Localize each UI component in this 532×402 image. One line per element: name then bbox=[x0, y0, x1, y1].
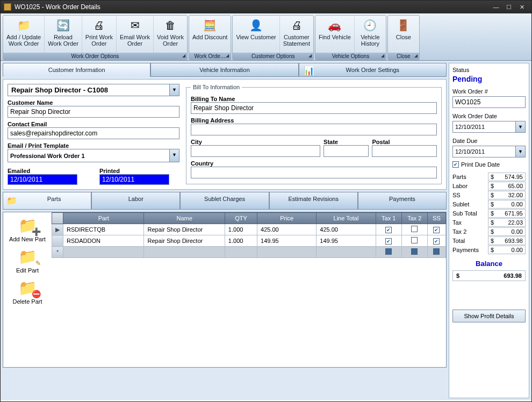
window-title: WO1025 - Work Order Details bbox=[15, 3, 490, 11]
emailed-value[interactable]: 12/10/2011 bbox=[8, 174, 77, 185]
chevron-down-icon[interactable]: ▼ bbox=[515, 146, 525, 157]
edit-part-button[interactable]: 📁✎ Edit Part bbox=[5, 246, 49, 275]
column-header[interactable]: Tax 1 bbox=[376, 213, 401, 224]
tab-bottom[interactable]: 📁Parts bbox=[3, 192, 91, 210]
tab-top[interactable]: 📊Work Order Settings bbox=[299, 63, 447, 77]
totals-amount: $65.00 bbox=[488, 182, 526, 190]
totals-amount: $0.00 bbox=[488, 227, 526, 236]
column-header[interactable]: QTY bbox=[225, 213, 257, 224]
customer-name-label: Customer Name bbox=[8, 99, 179, 106]
totals-label: Total bbox=[452, 238, 465, 244]
ribbon-button[interactable]: ✉Email Work Order bbox=[117, 16, 154, 53]
totals-row: Tax 2$0.00 bbox=[452, 227, 526, 236]
ribbon-button[interactable]: 👤View Customer bbox=[233, 16, 279, 53]
tax2-checkbox[interactable] bbox=[401, 235, 427, 247]
totals-amount: $0.00 bbox=[488, 246, 526, 254]
table-row[interactable]: ▶RSDIRECTQBRepair Shop Director1.000425.… bbox=[52, 224, 446, 235]
show-profit-button[interactable]: Show Profit Details bbox=[452, 310, 526, 322]
parts-area: 📁➕ Add New Part 📁✎ Edit Part 📁⛔ Delete P… bbox=[3, 212, 447, 368]
ribbon-button-label: Reload Work Order bbox=[48, 34, 78, 47]
ribbon-button[interactable]: 🔄Reload Work Order bbox=[45, 16, 82, 53]
totals-amount: $22.03 bbox=[488, 218, 526, 227]
tab-bottom[interactable]: Estimate Revisions bbox=[269, 192, 358, 210]
ribbon-button[interactable]: 🖨Print Work Order bbox=[82, 16, 117, 53]
ribbon-button[interactable]: 🖨Customer Statement bbox=[280, 16, 313, 53]
totals-label: Labor bbox=[452, 183, 468, 189]
customer-select[interactable]: Repair Shop Director - C1008 ▼ bbox=[8, 84, 179, 96]
ribbon-button-label: Add / Update Work Order bbox=[6, 34, 41, 47]
new-row[interactable]: * bbox=[52, 247, 446, 258]
country-input[interactable] bbox=[191, 167, 437, 178]
dialog-launcher-icon[interactable]: ◢ bbox=[308, 53, 312, 58]
tax2-checkbox[interactable] bbox=[401, 224, 427, 235]
chevron-down-icon[interactable]: ▼ bbox=[169, 149, 179, 162]
chart-icon: 📊 bbox=[304, 66, 314, 76]
billing-name-input[interactable] bbox=[191, 102, 437, 114]
row-selector[interactable]: ▶ bbox=[52, 224, 63, 235]
print-due-date-checkbox[interactable]: ✔ Print Due Date bbox=[452, 161, 526, 168]
chevron-down-icon[interactable]: ▼ bbox=[515, 121, 525, 132]
toolbar-icon: 👤 bbox=[248, 18, 264, 33]
toolbar-icon: 🧮 bbox=[202, 18, 218, 33]
delete-part-button[interactable]: 📁⛔ Delete Part bbox=[5, 277, 49, 306]
totals-label: SS bbox=[452, 192, 461, 198]
row-selector[interactable] bbox=[52, 235, 63, 247]
minimize-button[interactable]: — bbox=[490, 4, 502, 10]
tab-top[interactable]: Vehicle Information bbox=[150, 63, 298, 77]
delete-part-label: Delete Part bbox=[12, 298, 42, 305]
dialog-launcher-icon[interactable]: ◢ bbox=[414, 53, 418, 58]
ribbon: 📁Add / Update Work Order🔄Reload Work Ord… bbox=[1, 13, 531, 61]
add-part-label: Add New Part bbox=[9, 236, 46, 242]
column-header[interactable]: Part bbox=[63, 213, 144, 224]
tax1-checkbox[interactable]: ✔ bbox=[376, 235, 401, 247]
dialog-launcher-icon[interactable]: ◢ bbox=[226, 53, 229, 58]
customer-name-input[interactable] bbox=[8, 106, 179, 118]
parts-grid[interactable]: PartNameQTYPriceLine TotalTax 1Tax 2SS▶R… bbox=[52, 212, 446, 367]
ribbon-group: 🧮Add DiscountWork Orde…◢ bbox=[189, 15, 231, 60]
status-value: Pending bbox=[452, 75, 526, 83]
column-header[interactable]: Line Total bbox=[317, 213, 376, 224]
state-input[interactable] bbox=[323, 145, 369, 157]
contact-email-input[interactable] bbox=[8, 127, 179, 139]
printed-value[interactable]: 12/10/2011 bbox=[99, 174, 169, 185]
column-header[interactable]: SS bbox=[427, 213, 445, 224]
status-panel: Status Pending Work Order # Work Order D… bbox=[449, 63, 529, 398]
tax1-checkbox[interactable]: ✔ bbox=[376, 224, 401, 235]
tab-bottom[interactable]: Payments bbox=[358, 192, 447, 210]
totals-row: Labor$65.00 bbox=[452, 182, 526, 190]
city-label: City bbox=[191, 139, 320, 145]
ss-checkbox[interactable]: ✔ bbox=[427, 235, 445, 247]
template-select[interactable]: Professional Work Order 1 ▼ bbox=[8, 149, 179, 162]
postal-input[interactable] bbox=[372, 145, 437, 157]
dialog-launcher-icon[interactable]: ◢ bbox=[381, 53, 384, 58]
ribbon-button[interactable]: 🕘Vehicle History bbox=[355, 16, 386, 53]
billing-address-input[interactable] bbox=[191, 124, 437, 135]
ss-checkbox[interactable]: ✔ bbox=[427, 224, 445, 235]
date-due-select[interactable]: 12/10/2011▼ bbox=[452, 146, 526, 157]
ribbon-button[interactable]: 🧮Add Discount bbox=[189, 16, 231, 53]
wo-date-select[interactable]: 12/10/2011▼ bbox=[452, 121, 526, 133]
ribbon-button[interactable]: 🚗Find Vehicle bbox=[315, 16, 355, 53]
dialog-launcher-icon[interactable]: ◢ bbox=[182, 53, 185, 58]
city-input[interactable] bbox=[191, 145, 320, 157]
chevron-down-icon[interactable]: ▼ bbox=[169, 84, 179, 96]
close-window-button[interactable]: ✕ bbox=[515, 4, 528, 11]
toolbar-icon: 🚗 bbox=[327, 18, 343, 33]
tab-bottom[interactable]: Labor bbox=[91, 192, 180, 210]
ribbon-button-label: Close bbox=[396, 34, 411, 40]
ribbon-button[interactable]: 🚪Close bbox=[388, 16, 419, 53]
ribbon-button[interactable]: 📁Add / Update Work Order bbox=[3, 16, 45, 53]
totals-row: Total$693.98 bbox=[452, 236, 526, 245]
column-header[interactable]: Price bbox=[257, 213, 317, 224]
ribbon-button[interactable]: 🗑Void Work Order bbox=[154, 16, 187, 53]
column-header[interactable]: Name bbox=[144, 213, 225, 224]
table-row[interactable]: RSDADDONRepair Shop Director1.000149.951… bbox=[52, 235, 446, 247]
tab-top[interactable]: Customer Information bbox=[3, 63, 150, 77]
template-value: Professional Work Order 1 bbox=[10, 153, 85, 159]
totals-label: Tax bbox=[452, 219, 462, 226]
add-new-part-button[interactable]: 📁➕ Add New Part bbox=[5, 214, 49, 243]
maximize-button[interactable]: ☐ bbox=[502, 4, 515, 11]
column-header[interactable]: Tax 2 bbox=[401, 213, 427, 224]
wo-number-input[interactable] bbox=[452, 96, 526, 108]
tab-bottom[interactable]: Sublet Charges bbox=[180, 192, 269, 210]
